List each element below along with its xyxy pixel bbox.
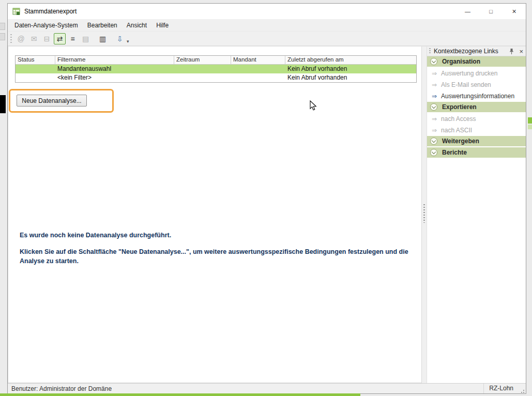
app-window: Stammdatenexport — □ × Daten-Analyse-Sys…	[7, 3, 526, 394]
splitter-grip-icon[interactable]	[423, 204, 425, 223]
sidebar-item-label: Als E-Mail senden	[441, 81, 491, 88]
status-rz-lohn: RZ-Lohn	[483, 384, 519, 393]
cell-filtername: Mandantenauswahl	[55, 65, 174, 73]
column-header-status[interactable]: Status	[16, 56, 55, 64]
edge-green-mark	[528, 117, 532, 124]
print-icon: ⊟	[41, 33, 53, 44]
sidebar-close-icon[interactable]: ×	[519, 48, 523, 55]
sidebar-item-label: Auswertung drucken	[441, 70, 497, 77]
section-label: Organisation	[442, 58, 480, 65]
background-icon-fragment	[0, 33, 5, 40]
pin-icon[interactable]	[509, 48, 514, 55]
sidebar-item-auswertung-drucken: ⇒ Auswertung drucken	[427, 68, 526, 79]
chevron-down-icon	[430, 58, 437, 65]
arrow-cursor	[310, 100, 317, 113]
table-header-row: Status Filtername Zeitraum Mandant Zulet…	[16, 56, 416, 65]
app-icon	[12, 7, 21, 16]
sidebar-header: Kontextbezogene Links ×	[427, 47, 526, 56]
cell-status	[16, 73, 55, 82]
status-bar: Benutzer: Administrator der Domäne RZ-Lo…	[8, 383, 526, 393]
column-header-mandant[interactable]: Mandant	[231, 56, 285, 64]
filter-table: Status Filtername Zeitraum Mandant Zulet…	[15, 55, 417, 83]
at-mail-icon: @	[15, 33, 27, 44]
section-label: Berichte	[442, 149, 467, 156]
cell-zuletzt-abgerufen: Kein Abruf vorhanden	[285, 73, 417, 82]
sort-icon[interactable]: ⇩	[114, 33, 126, 44]
section-label: Weitergeben	[442, 138, 479, 145]
column-header-zeitraum[interactable]: Zeitraum	[174, 56, 231, 64]
status-user: Benutzer: Administrator der Domäne	[8, 385, 112, 392]
resize-grip-icon[interactable]	[519, 387, 525, 393]
column-header-filtername[interactable]: Filtername	[55, 56, 174, 64]
report-icon[interactable]: ▥	[97, 33, 109, 44]
info-heading: Es wurde noch keine Datenanalyse durchge…	[20, 232, 171, 239]
arrow-right-icon: ⇒	[432, 127, 437, 134]
export-mail-icon: ✉	[28, 33, 40, 44]
sidebar-item-nach-ascii: ⇒ nach ASCII	[427, 125, 526, 136]
sidebar-item-nach-access: ⇒ nach Access	[427, 113, 526, 125]
sidebar-section-weitergeben[interactable]: Weitergeben	[427, 136, 526, 147]
menu-bar: Daten-Analyse-System Bearbeiten Ansicht …	[8, 19, 526, 32]
chevron-down-icon	[430, 138, 437, 145]
cell-filtername: <kein Filter>	[55, 73, 174, 82]
background-icon-fragment	[0, 23, 5, 30]
cell-zuletzt-abgerufen: Kein Abruf vorhanden	[285, 65, 417, 73]
menu-ansicht[interactable]: Ansicht	[122, 19, 151, 32]
sidebar-item-label: nach ASCII	[441, 127, 472, 134]
sidebar-section-berichte[interactable]: Berichte	[427, 147, 526, 159]
column-header-zuletzt-abgerufen[interactable]: Zuletzt abgerufen am	[285, 56, 417, 64]
sidebar-item-als-email-senden: ⇒ Als E-Mail senden	[427, 79, 526, 90]
arrow-right-icon: ⇒	[432, 70, 437, 77]
cell-status	[16, 65, 55, 73]
annotation-black-mark	[0, 95, 6, 113]
screen: Stammdatenexport — □ × Daten-Analyse-Sys…	[0, 0, 532, 396]
chevron-down-icon	[430, 149, 437, 156]
list-view-icon[interactable]: ≡	[67, 33, 79, 44]
table-row-kein-filter[interactable]: <kein Filter> Kein Abruf vorhanden	[16, 73, 416, 82]
sidebar-item-label: Auswertungsinformationen	[441, 93, 514, 100]
sidebar-grip-icon[interactable]	[429, 48, 431, 54]
arrow-right-icon: ⇒	[432, 93, 437, 100]
title-bar[interactable]: Stammdatenexport — □ ×	[8, 4, 526, 19]
menu-bearbeiten[interactable]: Bearbeiten	[83, 19, 122, 32]
sidebar-title: Kontextbezogene Links	[434, 48, 498, 55]
card-view-icon: ▤	[80, 33, 92, 44]
content-area: Status Filtername Zeitraum Mandant Zulet…	[8, 46, 526, 383]
sidebar-section-organisation[interactable]: Organisation	[427, 56, 526, 68]
info-body: Klicken Sie auf die Schaltfläche "Neue D…	[20, 247, 414, 266]
section-label: Exportieren	[442, 103, 477, 111]
arrow-right-icon: ⇒	[432, 81, 437, 88]
sort-dropdown-arrow-icon[interactable]: ▾	[127, 39, 129, 44]
edge-green-mark	[528, 125, 532, 129]
data-analysis-view-icon[interactable]: ⇄	[54, 33, 66, 44]
toolbar-grip[interactable]	[10, 34, 12, 43]
chevron-down-icon	[430, 103, 437, 111]
window-title: Stammdatenexport	[24, 8, 77, 15]
new-data-analysis-button[interactable]: Neue Datenanalyse...	[17, 95, 87, 106]
context-links-sidebar: Kontextbezogene Links × Organisation	[427, 47, 526, 383]
maximize-button[interactable]: □	[479, 4, 503, 19]
menu-hilfe[interactable]: Hilfe	[151, 19, 173, 32]
cell-mandant	[231, 73, 285, 82]
toolbar: @ ✉ ⊟ ⇄ ≡ ▤ ▥ ⇩ ▾	[8, 32, 526, 46]
sidebar-item-auswertungsinformationen[interactable]: ⇒ Auswertungsinformationen	[427, 90, 526, 102]
annotation-green-strip	[0, 393, 360, 396]
main-pane: Status Filtername Zeitraum Mandant Zulet…	[8, 47, 422, 383]
menu-daten-analyse-system[interactable]: Daten-Analyse-System	[10, 19, 83, 32]
sidebar-section-exportieren[interactable]: Exportieren	[427, 102, 526, 113]
table-row-mandantenauswahl[interactable]: Mandantenauswahl Kein Abruf vorhanden	[16, 65, 416, 73]
sidebar-item-label: nach Access	[441, 115, 476, 123]
close-button[interactable]: ×	[503, 4, 526, 19]
cell-mandant	[231, 65, 285, 73]
pane-splitter[interactable]	[422, 47, 427, 383]
cell-zeitraum	[174, 65, 231, 73]
minimize-button[interactable]: —	[456, 4, 479, 19]
arrow-right-icon: ⇒	[432, 115, 437, 123]
cell-zeitraum	[174, 73, 231, 82]
